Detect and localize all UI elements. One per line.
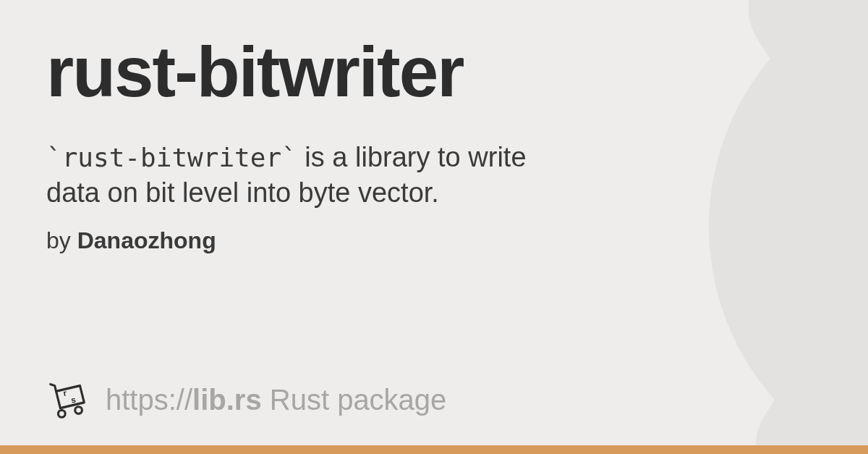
librs-logo-icon: r s bbox=[46, 377, 91, 422]
footer-url-domain: lib.rs bbox=[192, 384, 262, 416]
svg-point-1 bbox=[58, 411, 65, 418]
byline: by Danaozhong bbox=[46, 227, 817, 254]
card-content: rust-bitwriter `rust-bitwriter` is a lib… bbox=[0, 0, 868, 454]
footer-suffix: Rust package bbox=[262, 384, 447, 416]
author-name: Danaozhong bbox=[77, 227, 216, 253]
package-title: rust-bitwriter bbox=[46, 35, 817, 109]
description-code: `rust-bitwriter` bbox=[46, 143, 297, 172]
footer-text: https://lib.rs Rust package bbox=[106, 384, 446, 416]
package-description: `rust-bitwriter` is a library to write d… bbox=[46, 140, 538, 211]
svg-point-2 bbox=[75, 407, 82, 414]
byline-prefix: by bbox=[46, 227, 77, 253]
footer-url-prefix: https:// bbox=[106, 384, 192, 416]
footer: r s https://lib.rs Rust package bbox=[46, 377, 446, 422]
